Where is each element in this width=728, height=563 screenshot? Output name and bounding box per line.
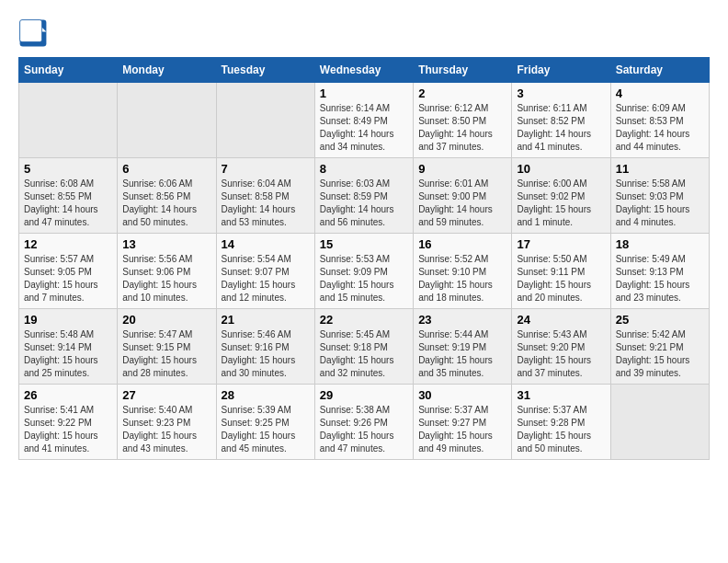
- day-number: 31: [517, 388, 605, 402]
- day-info: Sunrise: 6:04 AM Sunset: 8:58 PM Dayligh…: [222, 178, 310, 229]
- calendar-cell: 16Sunrise: 5:52 AM Sunset: 9:10 PM Dayli…: [414, 234, 512, 309]
- day-info: Sunrise: 5:38 AM Sunset: 9:26 PM Dayligh…: [320, 404, 408, 455]
- day-info: Sunrise: 5:58 AM Sunset: 9:03 PM Dayligh…: [616, 178, 704, 229]
- header-row: Sunday Monday Tuesday Wednesday Thursday…: [19, 58, 710, 83]
- day-info: Sunrise: 6:08 AM Sunset: 8:55 PM Dayligh…: [24, 178, 112, 229]
- calendar-cell: 29Sunrise: 5:38 AM Sunset: 9:26 PM Dayli…: [314, 385, 413, 460]
- header-monday: Monday: [118, 58, 216, 83]
- calendar-cell: 2Sunrise: 6:12 AM Sunset: 8:50 PM Daylig…: [414, 83, 512, 158]
- day-number: 14: [222, 237, 310, 251]
- calendar-week-4: 19Sunrise: 5:48 AM Sunset: 9:14 PM Dayli…: [19, 309, 710, 385]
- logo: [18, 18, 51, 48]
- day-number: 5: [24, 162, 112, 176]
- calendar-cell: 26Sunrise: 5:41 AM Sunset: 9:22 PM Dayli…: [19, 385, 118, 460]
- calendar-cell: [610, 385, 709, 460]
- day-number: 19: [24, 313, 112, 327]
- calendar-header: Sunday Monday Tuesday Wednesday Thursday…: [19, 58, 710, 83]
- day-number: 11: [616, 162, 704, 176]
- day-info: Sunrise: 5:37 AM Sunset: 9:27 PM Dayligh…: [418, 404, 506, 455]
- calendar-cell: [118, 83, 216, 158]
- day-number: 13: [122, 237, 210, 251]
- calendar-cell: 23Sunrise: 5:44 AM Sunset: 9:19 PM Dayli…: [414, 309, 512, 385]
- calendar-cell: 27Sunrise: 5:40 AM Sunset: 9:23 PM Dayli…: [118, 385, 216, 460]
- calendar-cell: 9Sunrise: 6:01 AM Sunset: 9:00 PM Daylig…: [414, 158, 512, 234]
- day-number: 16: [418, 237, 506, 251]
- calendar-cell: 28Sunrise: 5:39 AM Sunset: 9:25 PM Dayli…: [216, 385, 314, 460]
- header-saturday: Saturday: [610, 58, 709, 83]
- calendar-cell: 22Sunrise: 5:45 AM Sunset: 9:18 PM Dayli…: [314, 309, 413, 385]
- day-info: Sunrise: 5:42 AM Sunset: 9:21 PM Dayligh…: [616, 328, 704, 380]
- day-info: Sunrise: 5:43 AM Sunset: 9:20 PM Dayligh…: [517, 328, 605, 380]
- day-info: Sunrise: 5:44 AM Sunset: 9:19 PM Dayligh…: [418, 328, 506, 380]
- logo-icon: [18, 18, 48, 48]
- day-number: 20: [122, 313, 210, 327]
- svg-rect-2: [20, 20, 42, 42]
- calendar-cell: 19Sunrise: 5:48 AM Sunset: 9:14 PM Dayli…: [19, 309, 118, 385]
- day-info: Sunrise: 5:54 AM Sunset: 9:07 PM Dayligh…: [222, 253, 310, 304]
- day-number: 18: [616, 237, 704, 251]
- header-sunday: Sunday: [19, 58, 118, 83]
- day-number: 12: [24, 237, 112, 251]
- day-info: Sunrise: 5:50 AM Sunset: 9:11 PM Dayligh…: [517, 253, 605, 304]
- day-info: Sunrise: 6:09 AM Sunset: 8:53 PM Dayligh…: [616, 102, 704, 154]
- header-wednesday: Wednesday: [314, 58, 413, 83]
- day-info: Sunrise: 6:01 AM Sunset: 9:00 PM Dayligh…: [418, 178, 506, 229]
- day-info: Sunrise: 6:12 AM Sunset: 8:50 PM Dayligh…: [418, 102, 506, 154]
- day-info: Sunrise: 5:46 AM Sunset: 9:16 PM Dayligh…: [222, 328, 310, 380]
- day-number: 6: [122, 162, 210, 176]
- calendar-cell: 14Sunrise: 5:54 AM Sunset: 9:07 PM Dayli…: [216, 234, 314, 309]
- calendar-cell: 6Sunrise: 6:06 AM Sunset: 8:56 PM Daylig…: [118, 158, 216, 234]
- day-number: 17: [517, 237, 605, 251]
- calendar-cell: 11Sunrise: 5:58 AM Sunset: 9:03 PM Dayli…: [610, 158, 709, 234]
- calendar-week-3: 12Sunrise: 5:57 AM Sunset: 9:05 PM Dayli…: [19, 234, 710, 309]
- day-info: Sunrise: 6:03 AM Sunset: 8:59 PM Dayligh…: [320, 178, 408, 229]
- calendar-body: 1Sunrise: 6:14 AM Sunset: 8:49 PM Daylig…: [19, 83, 710, 460]
- header-tuesday: Tuesday: [216, 58, 314, 83]
- calendar-cell: 18Sunrise: 5:49 AM Sunset: 9:13 PM Dayli…: [610, 234, 709, 309]
- calendar-cell: 24Sunrise: 5:43 AM Sunset: 9:20 PM Dayli…: [512, 309, 610, 385]
- day-number: 15: [320, 237, 408, 251]
- calendar-cell: 10Sunrise: 6:00 AM Sunset: 9:02 PM Dayli…: [512, 158, 610, 234]
- calendar-cell: 30Sunrise: 5:37 AM Sunset: 9:27 PM Dayli…: [414, 385, 512, 460]
- calendar-cell: 12Sunrise: 5:57 AM Sunset: 9:05 PM Dayli…: [19, 234, 118, 309]
- page-header: [18, 18, 710, 48]
- day-number: 4: [616, 86, 704, 100]
- day-number: 1: [320, 86, 408, 100]
- calendar-cell: [19, 83, 118, 158]
- day-number: 2: [418, 86, 506, 100]
- calendar-cell: 31Sunrise: 5:37 AM Sunset: 9:28 PM Dayli…: [512, 385, 610, 460]
- day-number: 7: [222, 162, 310, 176]
- day-info: Sunrise: 5:41 AM Sunset: 9:22 PM Dayligh…: [24, 404, 112, 455]
- day-info: Sunrise: 5:56 AM Sunset: 9:06 PM Dayligh…: [122, 253, 210, 304]
- day-number: 24: [517, 313, 605, 327]
- day-info: Sunrise: 5:47 AM Sunset: 9:15 PM Dayligh…: [122, 328, 210, 380]
- day-info: Sunrise: 6:06 AM Sunset: 8:56 PM Dayligh…: [122, 178, 210, 229]
- calendar-week-2: 5Sunrise: 6:08 AM Sunset: 8:55 PM Daylig…: [19, 158, 710, 234]
- calendar-cell: 17Sunrise: 5:50 AM Sunset: 9:11 PM Dayli…: [512, 234, 610, 309]
- calendar-cell: 13Sunrise: 5:56 AM Sunset: 9:06 PM Dayli…: [118, 234, 216, 309]
- day-info: Sunrise: 5:52 AM Sunset: 9:10 PM Dayligh…: [418, 253, 506, 304]
- calendar-cell: 7Sunrise: 6:04 AM Sunset: 8:58 PM Daylig…: [216, 158, 314, 234]
- day-number: 28: [222, 388, 310, 402]
- day-info: Sunrise: 5:48 AM Sunset: 9:14 PM Dayligh…: [24, 328, 112, 380]
- day-info: Sunrise: 5:57 AM Sunset: 9:05 PM Dayligh…: [24, 253, 112, 304]
- day-number: 29: [320, 388, 408, 402]
- day-info: Sunrise: 5:39 AM Sunset: 9:25 PM Dayligh…: [222, 404, 310, 455]
- calendar-cell: [216, 83, 314, 158]
- calendar-cell: 8Sunrise: 6:03 AM Sunset: 8:59 PM Daylig…: [314, 158, 413, 234]
- day-info: Sunrise: 5:49 AM Sunset: 9:13 PM Dayligh…: [616, 253, 704, 304]
- day-info: Sunrise: 5:40 AM Sunset: 9:23 PM Dayligh…: [122, 404, 210, 455]
- header-thursday: Thursday: [414, 58, 512, 83]
- day-number: 22: [320, 313, 408, 327]
- day-number: 23: [418, 313, 506, 327]
- day-number: 27: [122, 388, 210, 402]
- calendar-table: Sunday Monday Tuesday Wednesday Thursday…: [18, 57, 710, 460]
- day-number: 10: [517, 162, 605, 176]
- calendar-cell: 4Sunrise: 6:09 AM Sunset: 8:53 PM Daylig…: [610, 83, 709, 158]
- day-info: Sunrise: 6:14 AM Sunset: 8:49 PM Dayligh…: [320, 102, 408, 154]
- day-info: Sunrise: 5:37 AM Sunset: 9:28 PM Dayligh…: [517, 404, 605, 455]
- day-info: Sunrise: 5:53 AM Sunset: 9:09 PM Dayligh…: [320, 253, 408, 304]
- calendar-cell: 1Sunrise: 6:14 AM Sunset: 8:49 PM Daylig…: [314, 83, 413, 158]
- day-info: Sunrise: 6:11 AM Sunset: 8:52 PM Dayligh…: [517, 102, 605, 154]
- calendar-week-5: 26Sunrise: 5:41 AM Sunset: 9:22 PM Dayli…: [19, 385, 710, 460]
